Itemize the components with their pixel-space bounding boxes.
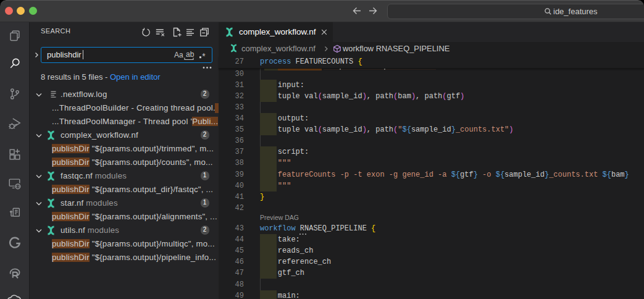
svg-text:*: *: [202, 51, 206, 60]
